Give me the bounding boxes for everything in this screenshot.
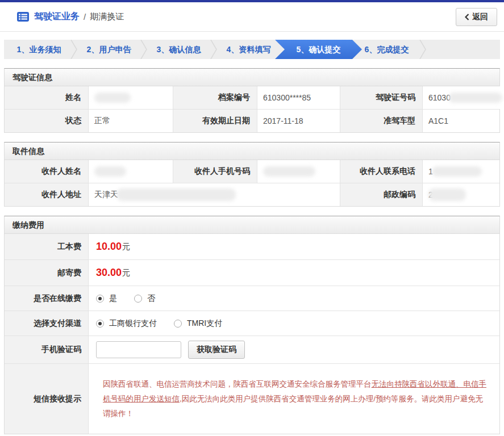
online-payment-label: 是否在线缴费 [5, 286, 89, 311]
card-fee-value: 10.00元 [89, 234, 499, 259]
step-5-confirm-submit[interactable]: 5、确认提交 [275, 40, 362, 59]
payment-channel-options: 工商银行支付 TMRI支付 [89, 311, 499, 336]
sms-code-row: 手机验证码 获取验证码 [5, 336, 499, 363]
payment-section-title: 缴纳费用 [5, 216, 499, 234]
table-row: 状态 正常 有效期止日期 2017-11-18 准驾车型 A1C1 [5, 109, 499, 132]
pickup-info-section: 取件信息 收件人姓名 收件人手机号码 收件人联系电话 1 收件人地址 天津天 邮… [4, 142, 500, 207]
sms-notice-text: 因陕西省联通、电信运营商技术问题，陕西省互联网交通安全综合服务管理平台无法向持陕… [96, 372, 499, 426]
breadcrumb-separator: / [84, 12, 86, 22]
breadcrumb-current: 期满换证 [90, 11, 124, 22]
license-info-section: 驾驶证信息 姓名 档案编号 610300****85 驾驶证号码 61030 状… [4, 68, 500, 133]
online-pay-no-option[interactable]: 否 [134, 294, 155, 304]
file-number-value: 610300****85 [257, 86, 340, 109]
redacted-value [432, 166, 482, 177]
radio-unselected-icon[interactable] [174, 320, 182, 328]
step-2-user-declaration[interactable]: 2、用户申告 [74, 40, 144, 59]
step-1-business-notice[interactable]: 1、业务须知 [4, 40, 74, 59]
expiry-date-label: 有效期止日期 [173, 110, 257, 132]
get-code-button[interactable]: 获取验证码 [188, 341, 245, 359]
step-label: 6、完成提交 [365, 45, 409, 54]
postage-fee-unit: 元 [122, 268, 130, 278]
redacted-value [116, 188, 236, 201]
recipient-name-value [89, 160, 173, 183]
license-number-visible: 61030 [428, 93, 451, 102]
channel-icbc-option[interactable]: 工商银行支付 [96, 318, 157, 329]
payment-channel-label: 选择支付渠道 [5, 311, 89, 336]
postcode-value: 2 [423, 183, 499, 206]
pickup-section-title: 取件信息 [5, 142, 499, 160]
step-3-confirm-info[interactable]: 3、确认信息 [144, 40, 214, 59]
postage-fee-row: 邮寄费 30.00元 [5, 259, 499, 286]
app-header: 驾驶证业务 / 期满换证 返回 [0, 2, 504, 32]
recipient-mobile-label: 收件人手机号码 [173, 160, 257, 183]
redacted-value [448, 93, 502, 103]
status-label: 状态 [5, 110, 89, 132]
notice-text-plain: 因陕西省联通、电信运营商技术问题，陕西省互联网交通安全综合服务管理平台 [103, 380, 372, 388]
radio-unselected-icon[interactable] [134, 295, 142, 303]
sms-notice-row: 短信接收提示 因陕西省联通、电信运营商技术问题，陕西省互联网交通安全综合服务管理… [5, 363, 499, 434]
recipient-address-label: 收件人地址 [5, 183, 89, 206]
name-label: 姓名 [5, 86, 89, 109]
card-fee-amount: 10.00 [96, 241, 122, 253]
license-number-value: 61030 [423, 86, 502, 109]
table-row: 收件人姓名 收件人手机号码 收件人联系电话 1 [5, 160, 499, 183]
online-payment-options: 是 否 [89, 286, 499, 311]
step-label: 4、资料填写 [227, 45, 271, 54]
postage-fee-amount: 30.00 [96, 267, 122, 279]
recipient-phone-value: 1 [423, 160, 499, 183]
status-value: 正常 [89, 110, 173, 132]
back-button[interactable]: 返回 [456, 8, 497, 26]
step-label: 2、用户申告 [87, 45, 131, 54]
license-section-title: 驾驶证信息 [5, 69, 499, 86]
vehicle-class-label: 准驾车型 [340, 110, 423, 132]
chevron-left-icon [465, 14, 469, 20]
postcode-label: 邮政编码 [340, 183, 423, 206]
radio-selected-icon[interactable] [96, 295, 104, 303]
sms-code-input[interactable] [96, 341, 181, 358]
table-row: 姓名 档案编号 610300****85 驾驶证号码 61030 [5, 86, 499, 109]
file-number-label: 档案编号 [173, 86, 257, 109]
recipient-mobile-value [257, 160, 340, 183]
online-pay-yes-label: 是 [109, 294, 117, 304]
postage-fee-label: 邮寄费 [5, 260, 89, 286]
step-4-fill-materials[interactable]: 4、资料填写 [214, 40, 284, 59]
card-fee-unit: 元 [122, 242, 130, 252]
sms-notice-label: 短信接收提示 [5, 364, 89, 434]
radio-selected-icon[interactable] [96, 320, 104, 328]
form-list-icon [17, 12, 29, 22]
payment-channel-row: 选择支付渠道 工商银行支付 TMRI支付 [5, 311, 499, 336]
sms-code-label: 手机验证码 [5, 336, 89, 363]
payment-section: 缴纳费用 工本费 10.00元 邮寄费 30.00元 是否在线缴费 是 [4, 216, 500, 434]
card-fee-label: 工本费 [5, 234, 89, 259]
back-button-label: 返回 [472, 12, 488, 22]
license-number-label: 驾驶证号码 [340, 86, 423, 109]
channel-tmri-label: TMRI支付 [187, 318, 222, 329]
sms-notice-value: 因陕西省联通、电信运营商技术问题，陕西省互联网交通安全综合服务管理平台无法向持陕… [89, 364, 499, 434]
recipient-address-value: 天津天 [89, 183, 340, 206]
card-fee-row: 工本费 10.00元 [5, 234, 499, 259]
step-navigation: 1、业务须知 2、用户申告 3、确认信息 4、资料填写 5、确认提交 6、完成提… [4, 40, 500, 59]
redacted-value [428, 188, 466, 201]
step-separator-icon [419, 40, 426, 59]
page-title: 驾驶证业务 [34, 11, 80, 23]
channel-tmri-option[interactable]: TMRI支付 [174, 318, 222, 329]
main-content: 1、业务须知 2、用户申告 3、确认信息 4、资料填写 5、确认提交 6、完成提… [4, 40, 500, 436]
redacted-value [263, 166, 315, 177]
expiry-date-value: 2017-11-18 [257, 110, 340, 132]
redacted-value [94, 93, 131, 103]
postage-fee-value: 30.00元 [89, 260, 499, 286]
online-payment-row: 是否在线缴费 是 否 [5, 286, 499, 311]
step-label: 5、确认提交 [297, 45, 341, 54]
vehicle-class-value: A1C1 [423, 110, 499, 132]
step-label: 1、业务须知 [17, 45, 61, 54]
table-row: 收件人地址 天津天 邮政编码 2 [5, 183, 499, 206]
channel-icbc-label: 工商银行支付 [109, 318, 157, 329]
name-value [89, 86, 173, 109]
step-6-complete-submit[interactable]: 6、完成提交 [352, 40, 422, 59]
step-label: 3、确认信息 [157, 45, 201, 54]
recipient-phone-label: 收件人联系电话 [340, 160, 423, 183]
online-pay-no-label: 否 [147, 294, 155, 304]
sms-code-field-group: 获取验证码 [89, 336, 499, 363]
online-pay-yes-option[interactable]: 是 [96, 294, 117, 304]
redacted-value [94, 166, 126, 177]
